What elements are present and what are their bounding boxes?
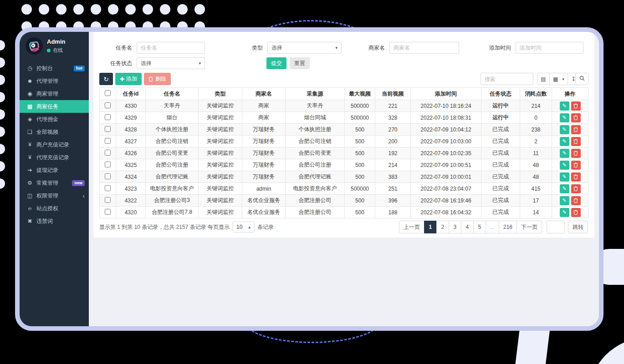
jump-button[interactable]: 跳转: [568, 221, 588, 233]
cell-points: 48: [520, 171, 552, 183]
row-checkbox[interactable]: [105, 173, 111, 179]
sidebar-item-dashboard[interactable]: ◷控制台hot: [20, 62, 89, 75]
dot: [160, 4, 170, 15]
row-checkbox[interactable]: [105, 162, 111, 167]
avatar: [26, 37, 43, 55]
delete-row-button[interactable]: [571, 137, 581, 146]
refresh-button[interactable]: ↻: [99, 73, 113, 85]
edit-row-button[interactable]: ✎: [560, 161, 569, 170]
sidebar-item-banned-words[interactable]: ✖违禁词: [20, 215, 89, 228]
merchant-management-icon: ◉: [26, 91, 33, 97]
row-checkbox[interactable]: [105, 150, 111, 156]
delete-button[interactable]: 删除: [144, 73, 171, 85]
row-checkbox[interactable]: [105, 114, 111, 120]
edit-row-button[interactable]: ✎: [560, 101, 569, 111]
sidebar-item-merchant-management[interactable]: ◉商家管理: [20, 87, 89, 100]
pagination-summary-suffix: 条记录: [257, 223, 274, 231]
reset-button[interactable]: 重置: [290, 57, 310, 69]
select-all-checkbox[interactable]: [105, 90, 111, 96]
cell-task-id: 4320: [116, 207, 146, 218]
cell-current-videos: 270: [375, 124, 411, 136]
search-icon: [579, 76, 585, 81]
task-status-select[interactable]: 选择 ▾: [137, 57, 205, 69]
pencil-icon: ✎: [562, 103, 566, 109]
sidebar-item-label: 商户充值记录: [36, 141, 85, 149]
dot: [125, 4, 136, 15]
sidebar-item-permission-management[interactable]: ◫权限管理‹: [20, 189, 89, 202]
page-button[interactable]: 4: [461, 221, 474, 233]
cell-points: 48: [520, 159, 552, 171]
edit-row-button[interactable]: ✎: [560, 113, 569, 122]
add-time-input[interactable]: [516, 42, 583, 54]
search-input[interactable]: [481, 73, 533, 85]
columns-button[interactable]: ▦ ▾: [549, 73, 568, 85]
row-checkbox[interactable]: [105, 138, 111, 144]
sidebar-item-withdrawal-records[interactable]: ➔提现记录: [20, 164, 89, 177]
submit-button[interactable]: 提交: [266, 57, 286, 69]
pencil-icon: ✎: [562, 197, 566, 203]
chevron-down-icon: ▾: [562, 77, 564, 81]
delete-row-button[interactable]: [571, 101, 581, 111]
chevron-down-icon: ▾: [335, 46, 338, 50]
delete-row-button[interactable]: [571, 113, 581, 122]
pagination: 显示第 1 到第 10 条记录，总共 2157 条记录 每页显示 10 ▴ 条记…: [99, 221, 588, 233]
cell-task-name: 合肥公司注册: [146, 159, 199, 171]
page-button[interactable]: 2: [436, 221, 449, 233]
sidebar-item-merchant-recharge[interactable]: ¥商户充值记录: [20, 138, 89, 151]
search-go-button[interactable]: [575, 73, 588, 85]
dashboard-icon: ◷: [26, 65, 33, 71]
page-size-select[interactable]: 10 ▴: [232, 222, 255, 233]
task-name-input[interactable]: [137, 42, 205, 54]
delete-row-button[interactable]: [571, 208, 581, 217]
cell-status: 已完成: [481, 147, 520, 159]
pencil-icon: ✎: [562, 209, 566, 215]
add-button[interactable]: ✚ 添加: [115, 73, 142, 85]
trash-icon: [573, 115, 578, 120]
row-checkbox[interactable]: [105, 209, 111, 215]
edit-row-button[interactable]: ✎: [560, 184, 569, 193]
cell-merchant: 商家: [242, 100, 286, 112]
row-checkbox[interactable]: [105, 126, 111, 132]
page-button[interactable]: 216: [499, 221, 517, 233]
prev-page-button[interactable]: 上一页: [399, 221, 425, 233]
dot: [0, 161, 5, 172]
row-checkbox[interactable]: [105, 197, 111, 203]
row-checkbox[interactable]: [105, 102, 111, 108]
edit-row-button[interactable]: ✎: [560, 208, 569, 217]
page-button[interactable]: 5: [473, 221, 486, 233]
delete-row-button[interactable]: [571, 172, 581, 182]
edit-row-button[interactable]: ✎: [560, 125, 569, 134]
jump-page-input[interactable]: [547, 221, 565, 233]
merchant-name-input[interactable]: [389, 42, 459, 54]
edit-row-button[interactable]: ✎: [560, 137, 569, 146]
delete-row-button[interactable]: [571, 125, 581, 134]
sidebar-item-all-videos[interactable]: ❏全部视频: [20, 126, 89, 138]
page-button[interactable]: 1: [424, 221, 437, 233]
sidebar-item-general-management[interactable]: ⚙常规管理new: [20, 177, 89, 189]
next-page-button[interactable]: 下一页: [517, 221, 542, 233]
delete-row-button[interactable]: [571, 196, 581, 205]
cell-task-name: 合肥公司变更: [146, 147, 199, 159]
sidebar-item-agent-recharge[interactable]: ¥代理充值记录: [20, 151, 89, 164]
type-select[interactable]: 选择 ▾: [267, 42, 342, 54]
cell-status: 已完成: [481, 171, 520, 183]
edit-row-button[interactable]: ✎: [560, 172, 569, 182]
sidebar-item-agent-management[interactable]: ☻代理管理: [20, 75, 89, 87]
row-checkbox[interactable]: [105, 185, 111, 191]
sidebar-item-merchant-tasks[interactable]: ▦商家任务: [20, 100, 89, 113]
cell-max-videos: 500: [345, 147, 375, 159]
edit-row-button[interactable]: ✎: [560, 196, 569, 205]
sidebar-item-agent-commission[interactable]: ◈代理佣金: [20, 113, 89, 126]
dot: [91, 4, 101, 15]
table-row: 4324合肥代理记账关键词监控万瑞财务合肥代理记账5003832022-07-0…: [100, 171, 588, 183]
edit-row-button[interactable]: ✎: [560, 149, 569, 158]
delete-row-button[interactable]: [571, 161, 581, 170]
sidebar-item-site-authorization[interactable]: ℮站点授权: [20, 202, 89, 215]
cell-added-time: 2022-07-08 23:04:07: [411, 183, 481, 195]
page-button[interactable]: 3: [449, 221, 461, 233]
delete-row-button[interactable]: [571, 149, 581, 158]
agent-recharge-icon: ¥: [26, 154, 33, 161]
toggle-view-button[interactable]: ▤: [537, 73, 550, 85]
withdrawal-records-icon: ➔: [26, 167, 33, 173]
delete-row-button[interactable]: [571, 184, 581, 193]
